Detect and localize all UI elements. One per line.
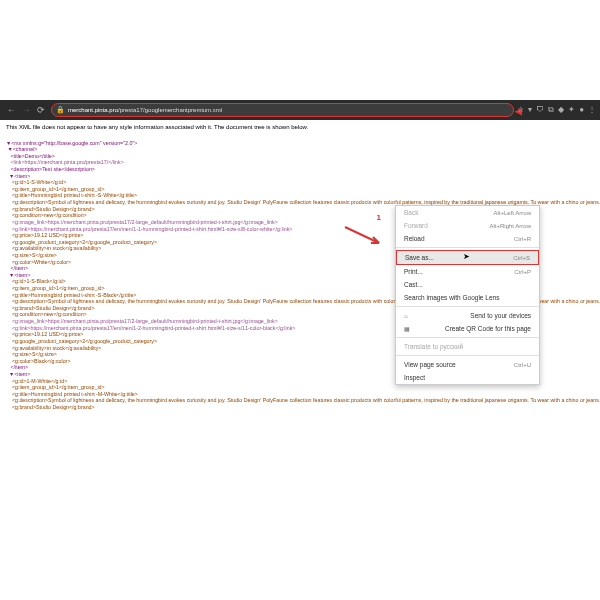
context-menu: BackAlt+Left Arrow ForwardAlt+Right Arro… bbox=[395, 205, 540, 385]
menu-separator bbox=[396, 306, 539, 307]
forward-icon[interactable]: → bbox=[19, 105, 34, 115]
url-bar[interactable]: 🔒 merchant.pinta.pro/presta17/googlemerc… bbox=[51, 103, 514, 117]
menu-forward[interactable]: ForwardAlt+Right Arrow bbox=[396, 219, 539, 232]
menu-translate[interactable]: Translate to русский bbox=[396, 340, 539, 353]
menu-view-source[interactable]: View page sourceCtrl+U bbox=[396, 358, 539, 371]
menu-print[interactable]: Print...Ctrl+P bbox=[396, 265, 539, 278]
menu-qr[interactable]: ▦Create QR Code for this page bbox=[396, 322, 539, 335]
menu-back[interactable]: BackAlt+Left Arrow bbox=[396, 206, 539, 219]
cursor-icon: ➤ bbox=[463, 252, 470, 261]
menu-separator bbox=[396, 355, 539, 356]
menu-lens[interactable]: Search images with Google Lens bbox=[396, 291, 539, 304]
menu-send-devices[interactable]: ⌂Send to your devices bbox=[396, 309, 539, 322]
extension-icons[interactable]: ☆▾⛉⧉◆✦●⋮ bbox=[517, 105, 596, 115]
devices-icon: ⌂ bbox=[404, 313, 414, 319]
avatar-icon: ● bbox=[579, 105, 584, 115]
lock-icon: 🔒 bbox=[56, 106, 65, 114]
menu-icon: ⋮ bbox=[588, 105, 596, 115]
menu-reload[interactable]: ReloadCtrl+R bbox=[396, 232, 539, 245]
xml-notice: This XML file does not appear to have an… bbox=[6, 124, 596, 130]
star-icon: ☆ bbox=[517, 105, 524, 115]
reload-icon[interactable]: ⟳ bbox=[34, 105, 48, 115]
qr-icon: ▦ bbox=[404, 325, 414, 332]
shield-icon: ⛉ bbox=[536, 105, 544, 115]
browser-toolbar: ← → ⟳ 🔒 merchant.pinta.pro/presta17/goog… bbox=[0, 100, 600, 120]
menu-cast[interactable]: Cast... bbox=[396, 278, 539, 291]
menu-separator bbox=[396, 247, 539, 248]
back-icon[interactable]: ← bbox=[4, 105, 19, 115]
annotation-step-1: 1 bbox=[377, 213, 381, 222]
menu-inspect[interactable]: Inspect bbox=[396, 371, 539, 384]
menu-separator bbox=[396, 337, 539, 338]
url-text: merchant.pinta.pro/presta17/googlemercha… bbox=[68, 107, 222, 113]
